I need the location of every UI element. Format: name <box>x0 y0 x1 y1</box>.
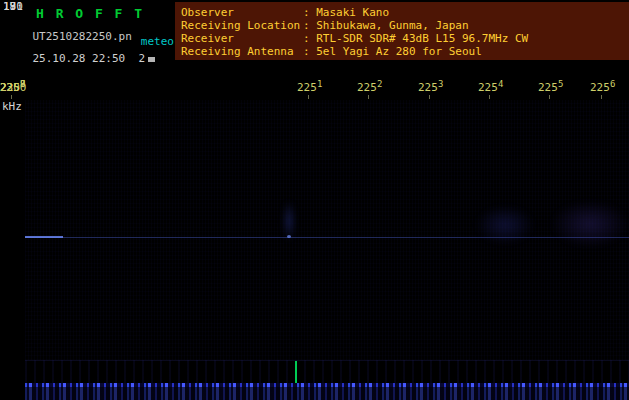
x-tick-sup: 6 <box>610 79 615 89</box>
y-tick-label: .7 <box>3 0 16 13</box>
hrofft-screen: H R O F F T UT2510282250.pnmeteor 25.10.… <box>0 0 629 400</box>
info-row: Receiving Location : Shibukawa, Gunma, J… <box>181 19 629 32</box>
x-tick-label: 2300 <box>0 81 27 94</box>
x-tick-base: 225 <box>590 81 610 94</box>
x-tick-label: 2254 <box>478 81 503 94</box>
x-tick-sup: 5 <box>558 79 563 89</box>
echo-smudge <box>550 200 629 248</box>
cursor-block <box>148 57 155 62</box>
spectrogram-plot <box>25 100 629 360</box>
info-label: Receiver <box>181 32 303 45</box>
sweep-marker-line <box>295 361 297 384</box>
info-label: Receiving Antenna <box>181 45 303 58</box>
info-value: : Masaki Kano <box>303 6 389 19</box>
info-value: : 5el Yagi Az 280 for Seoul <box>303 45 482 58</box>
echo-smudge <box>475 205 535 245</box>
info-value: : RTL-SDR SDR# 43dB L15 96.7MHz CW <box>303 32 528 45</box>
carrier-line-bright-segment <box>25 236 63 238</box>
info-panel: Observer : Masaki Kano Receiving Locatio… <box>175 2 629 60</box>
timestamp-label: 25.10.28 22:50 2 <box>6 39 155 78</box>
x-tick-label: 2252 <box>357 81 382 94</box>
timestamp-text: 25.10.28 22:50 2 <box>33 52 146 65</box>
x-tick-base: 2300 <box>0 81 27 94</box>
frequency-axis-unit-label: kHz <box>2 100 22 113</box>
x-tick-label: 2251 <box>297 81 322 94</box>
x-tick-base: 225 <box>357 81 377 94</box>
info-label: Observer <box>181 6 303 19</box>
x-tick-sup: 1 <box>317 79 322 89</box>
info-row: Observer : Masaki Kano <box>181 6 629 19</box>
noise-band <box>25 383 629 400</box>
x-tick-label: 2256 <box>590 81 615 94</box>
echo-smudge <box>283 200 295 242</box>
x-tick-label: 2253 <box>418 81 443 94</box>
x-tick-sup: 4 <box>498 79 503 89</box>
x-tick-base: 225 <box>418 81 438 94</box>
info-label: Receiving Location <box>181 19 303 32</box>
x-tick-base: 225 <box>478 81 498 94</box>
info-row: Receiver : RTL-SDR SDR# 43dB L15 96.7MHz… <box>181 32 629 45</box>
x-tick-base: 225 <box>538 81 558 94</box>
info-row: Receiving Antenna : 5el Yagi Az 280 for … <box>181 45 629 58</box>
carrier-line <box>25 237 629 238</box>
info-value: : Shibukawa, Gunma, Japan <box>303 19 469 32</box>
x-tick-sup: 3 <box>438 79 443 89</box>
x-tick-sup: 2 <box>377 79 382 89</box>
x-tick-label: 2255 <box>538 81 563 94</box>
x-tick-base: 225 <box>297 81 317 94</box>
level-strip <box>25 360 629 383</box>
